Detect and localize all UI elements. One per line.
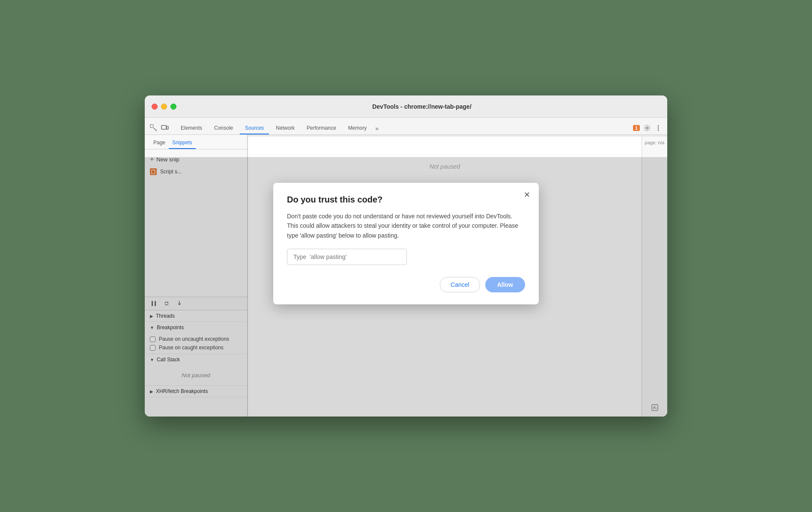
svg-point-6	[658, 128, 659, 129]
tab-console[interactable]: Console	[209, 122, 238, 134]
devtools-window: DevTools - chrome://new-tab-page/ Elemen…	[145, 95, 667, 417]
traffic-lights	[152, 104, 176, 110]
element-picker-icon[interactable]	[150, 124, 158, 132]
dialog-close-button[interactable]: ✕	[522, 190, 532, 200]
devtools-tab-bar: Elements Console Sources Network Perform…	[145, 118, 667, 135]
devtools-right-actions: 1	[633, 124, 662, 134]
svg-rect-2	[161, 125, 166, 129]
tab-sources[interactable]: Sources	[240, 122, 269, 134]
svg-rect-0	[150, 125, 153, 128]
svg-point-7	[658, 130, 659, 131]
responsive-icon[interactable]	[161, 124, 169, 132]
minimize-button[interactable]	[161, 104, 167, 110]
sidebar-tab-snippets[interactable]: Snippets	[169, 137, 196, 149]
close-button[interactable]	[152, 104, 158, 110]
window-title: DevTools - chrome://new-tab-page/	[183, 103, 660, 110]
title-bar: DevTools - chrome://new-tab-page/	[145, 95, 667, 118]
svg-point-5	[658, 125, 659, 127]
dialog-buttons: Cancel Allow	[287, 277, 525, 292]
tab-network[interactable]: Network	[271, 122, 300, 134]
more-options-icon[interactable]	[654, 124, 662, 132]
sidebar-tab-page[interactable]: Page	[150, 137, 169, 149]
tab-elements[interactable]: Elements	[176, 122, 207, 134]
fullscreen-button[interactable]	[170, 104, 176, 110]
notification-badge: 1	[633, 125, 640, 131]
tab-memory[interactable]: Memory	[343, 122, 372, 134]
dialog-title: Do you trust this code?	[287, 195, 525, 205]
settings-icon[interactable]	[643, 124, 651, 132]
dialog-body: Don't paste code you do not understand o…	[287, 211, 525, 240]
page-info-label: page: n/a	[645, 140, 665, 145]
allow-button[interactable]: Allow	[485, 277, 525, 292]
svg-point-4	[646, 127, 648, 129]
devtools-left-icons	[150, 124, 169, 134]
more-tabs-icon[interactable]: »	[375, 125, 379, 134]
tab-performance[interactable]: Performance	[302, 122, 341, 134]
trust-dialog: ✕ Do you trust this code? Don't paste co…	[273, 183, 539, 304]
sidebar-tab-bar: Page Snippets	[145, 135, 247, 149]
svg-line-1	[154, 128, 157, 131]
cancel-button[interactable]: Cancel	[440, 277, 480, 292]
svg-rect-3	[167, 126, 168, 129]
modal-overlay: ✕ Do you trust this code? Don't paste co…	[145, 157, 667, 417]
main-content: Page Snippets + New snip Script s...	[145, 135, 667, 417]
allow-pasting-input[interactable]	[287, 249, 407, 265]
